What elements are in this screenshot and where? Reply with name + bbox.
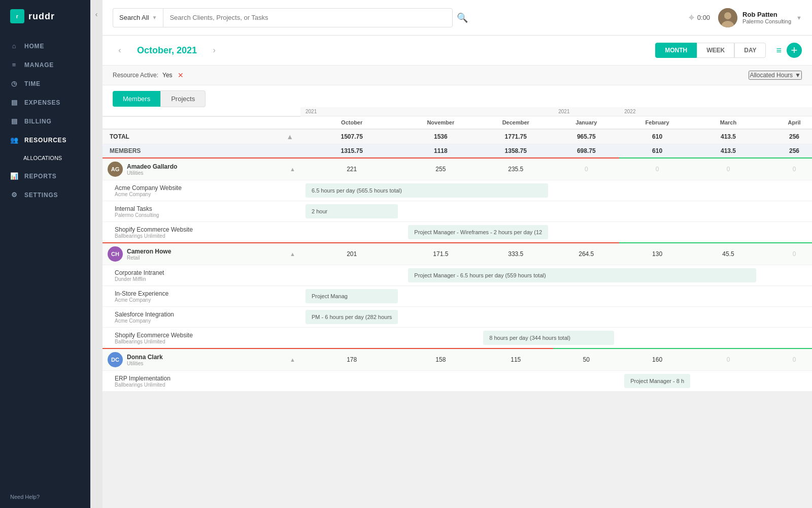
month-view-button[interactable]: MONTH	[655, 43, 697, 58]
total-label: TOTAL	[110, 133, 129, 140]
empty-proj-cell	[403, 307, 478, 328]
member-cell-content: DC Donna Clark Utilities ▲	[108, 352, 295, 367]
project-info: ERP Implementation Ballbearings Unlimite…	[115, 375, 295, 388]
num-cell: 160	[619, 348, 695, 371]
empty-proj-cell	[478, 307, 553, 328]
empty-proj-cell	[761, 286, 812, 307]
member-name-cell: CH Cameron Howe Retail ▲	[103, 243, 300, 265]
empty-proj-cell	[300, 328, 403, 349]
sidebar-item-manage[interactable]: ≡ MANAGE	[0, 55, 90, 74]
sidebar-item-billing[interactable]: ▤ BILLING	[0, 112, 90, 131]
week-view-button[interactable]: WEEK	[697, 43, 734, 58]
billing-icon: ▤	[10, 117, 18, 125]
project-name: Shopify Ecommerce Website	[115, 226, 295, 233]
sidebar-item-home-label: HOME	[24, 43, 44, 50]
empty-proj-cell	[619, 328, 695, 349]
projects-toggle-button[interactable]: Projects	[160, 90, 206, 107]
alloc-bar[interactable]: Project Manager - 6.5 hours per day (559…	[408, 268, 756, 282]
alloc-bar[interactable]: 2 hour	[306, 204, 398, 218]
num-cell: 178	[300, 348, 403, 371]
sidebar-item-expenses-label: EXPENSES	[24, 99, 60, 106]
alloc-bar[interactable]: Project Manager - Wireframes - 2 hours p…	[408, 225, 548, 239]
project-name: In-Store Experience	[115, 290, 295, 297]
project-row: In-Store Experience Acme Company Project…	[103, 286, 812, 307]
member-cell-content: CH Cameron Howe Retail ▲	[108, 246, 295, 262]
member-avatar: DC	[108, 352, 123, 367]
day-view-button[interactable]: DAY	[734, 43, 766, 58]
members-toggle-button[interactable]: Members	[113, 91, 160, 107]
calendar-header: ‹ October, 2021 › MONTH WEEK DAY ≡ +	[103, 36, 812, 66]
num-cell: 0	[761, 243, 812, 265]
sidebar-item-settings[interactable]: ⚙ SETTINGS	[0, 185, 90, 204]
sidebar-collapse-button[interactable]: ‹	[95, 10, 98, 18]
member-collapse-icon[interactable]: ▲	[290, 166, 295, 172]
num-cell: 256	[761, 144, 812, 158]
user-info: Rob Patten Palermo Consulting	[742, 11, 791, 24]
empty-proj-cell	[695, 307, 761, 328]
sidebar-item-billing-label: BILLING	[24, 118, 52, 125]
alloc-bar[interactable]: 8 hours per day (344 hours total)	[483, 331, 614, 345]
filter-tags: Resource Active: Yes ✕	[113, 71, 184, 79]
project-name: ERP Implementation	[115, 375, 295, 382]
help-link[interactable]: Need Help?	[0, 486, 90, 508]
num-cell: 1536	[403, 129, 478, 144]
sidebar-item-home[interactable]: ⌂ HOME	[0, 37, 90, 55]
user-area[interactable]: Rob Patten Palermo Consulting ▼	[718, 8, 802, 27]
num-cell: 0	[553, 158, 619, 180]
empty-proj-cell	[619, 201, 695, 222]
num-cell: 171.5	[403, 243, 478, 265]
num-cell: 1771.75	[478, 129, 553, 144]
member-row: AG Amadeo Gallardo Utilities ▲ 221255235…	[103, 158, 812, 180]
filter-close-button[interactable]: ✕	[178, 71, 184, 79]
member-collapse-icon[interactable]: ▲	[290, 251, 295, 257]
logo-text: ruddr	[28, 11, 55, 22]
project-name-cell: ERP Implementation Ballbearings Unlimite…	[103, 371, 300, 392]
sidebar-item-allocations[interactable]: ALLOCATIONS	[0, 149, 90, 167]
alloc-bar[interactable]: PM - 6 hours per day (282 hours	[306, 310, 398, 324]
search-input[interactable]	[163, 8, 453, 27]
allocated-hours-button[interactable]: Allocated Hours ▼	[749, 71, 802, 80]
next-month-button[interactable]: ›	[207, 43, 221, 57]
project-name: Corporate Intranet	[115, 269, 295, 276]
alloc-bar[interactable]: Project Manag	[306, 289, 398, 303]
num-cell: 115	[478, 348, 553, 371]
user-company: Palermo Consulting	[742, 18, 791, 24]
member-name: Donna Clark	[127, 354, 163, 361]
list-icon-button[interactable]: ≡	[776, 45, 782, 56]
time-icon: ◷	[10, 80, 18, 87]
logo-icon: r	[10, 9, 24, 23]
alloc-cell: 8 hours per day (344 hours total)	[478, 328, 619, 349]
sidebar-item-time[interactable]: ◷ TIME	[0, 74, 90, 93]
empty-proj-cell	[553, 371, 619, 392]
project-name: Shopify Ecommerce Website	[115, 332, 295, 339]
timer-value: 0:00	[697, 14, 710, 21]
project-row: Shopify Ecommerce Website Ballbearings U…	[103, 328, 812, 349]
sidebar-item-resources[interactable]: 👥 RESOURCES	[0, 131, 90, 149]
member-cell-content: AG Amadeo Gallardo Utilities ▲	[108, 162, 295, 177]
alloc-bar[interactable]: 6.5 hours per day (565.5 hours total)	[306, 183, 548, 198]
member-row: CH Cameron Howe Retail ▲ 201171.5333.526…	[103, 243, 812, 265]
members-section-row: MEMBERS 1315.7511181358.75698.75610413.5…	[103, 144, 812, 158]
total-collapse-icon[interactable]: ▲	[286, 133, 293, 141]
member-avatar: CH	[108, 246, 123, 262]
project-name: Acme Company Website	[115, 184, 295, 192]
search-button[interactable]: 🔍	[457, 12, 468, 23]
member-role: Utilities	[127, 170, 177, 176]
member-name: Amadeo Gallardo	[127, 163, 177, 170]
sidebar-item-reports[interactable]: 📊 REPORTS	[0, 167, 90, 185]
project-client: Acme Company	[115, 297, 295, 303]
search-type-dropdown[interactable]: Search All ▼	[113, 8, 163, 27]
sidebar-item-expenses[interactable]: ▤ EXPENSES	[0, 93, 90, 112]
member-info: Donna Clark Utilities	[127, 354, 163, 366]
project-info: Salesforce Integration Acme Company	[115, 311, 295, 324]
empty-proj-cell	[619, 180, 695, 201]
add-button[interactable]: +	[787, 43, 802, 58]
member-collapse-icon[interactable]: ▲	[290, 357, 295, 363]
num-cell: 235.5	[478, 158, 553, 180]
alloc-bar[interactable]: Project Manager - 8 h	[624, 374, 690, 388]
prev-month-button[interactable]: ‹	[113, 43, 127, 57]
december-header: December	[478, 116, 553, 130]
search-type-label: Search All	[119, 14, 149, 21]
filter-value: Yes	[162, 72, 173, 79]
num-cell: 413.5	[695, 144, 761, 158]
